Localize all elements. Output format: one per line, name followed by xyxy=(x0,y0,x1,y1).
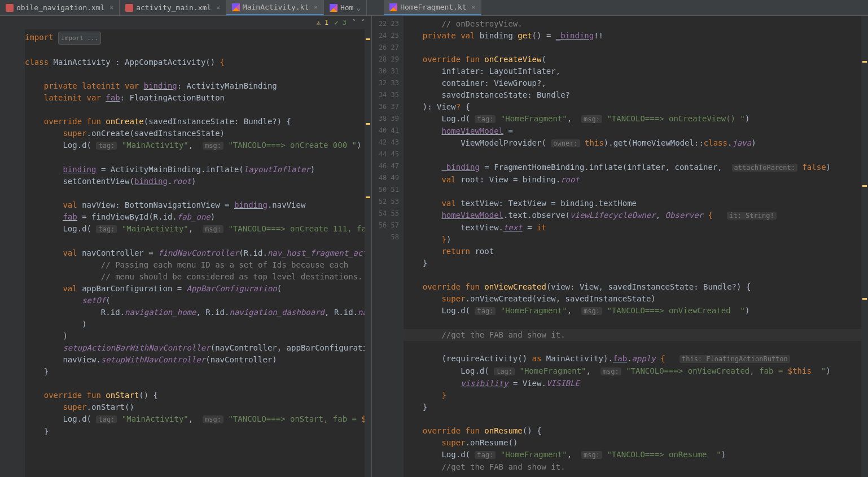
kotlin-icon xyxy=(330,4,337,12)
gutter-left xyxy=(0,29,25,477)
scroll-stripe-right[interactable] xyxy=(861,16,868,477)
close-icon[interactable]: ✕ xyxy=(314,3,318,11)
code-body-left[interactable]: import import ... class MainActivity : A… xyxy=(25,29,371,477)
close-icon[interactable]: ✕ xyxy=(110,4,114,11)
fold-import[interactable]: import ... xyxy=(58,32,101,45)
kotlin-icon xyxy=(232,3,240,11)
close-icon[interactable]: ✕ xyxy=(472,3,476,11)
kotlin-icon xyxy=(389,3,397,11)
warning-count[interactable]: ⚠ 1 xyxy=(317,19,329,27)
tab-home-truncated[interactable]: Hom ⌄ xyxy=(324,0,367,15)
inspection-status: ⚠ 1 ✔ 3 ˄ ˅ xyxy=(0,16,371,29)
code-editor-right[interactable]: 22 23 24 25 26 27 28 29 30 31 32 33 34 3… xyxy=(372,16,868,477)
tab-home-fragment[interactable]: HomeFragment.kt ✕ xyxy=(384,0,481,15)
xml-icon xyxy=(125,4,133,12)
gutter-right: 22 23 24 25 26 27 28 29 30 31 32 33 34 3… xyxy=(372,16,404,477)
tab-mobile-navigation[interactable]: obile_navigation.xml ✕ xyxy=(0,0,120,15)
close-icon[interactable]: ✕ xyxy=(216,4,220,11)
code-editor-left[interactable]: import import ... class MainActivity : A… xyxy=(0,29,371,477)
tab-main-activity[interactable]: MainActivity.kt ✕ xyxy=(226,0,324,15)
code-body-right[interactable]: // onDestroyView. private val binding ge… xyxy=(404,16,868,477)
editor-tabs-left: obile_navigation.xml ✕ activity_main.xml… xyxy=(0,0,868,16)
editor-left-pane: ⚠ 1 ✔ 3 ˄ ˅ import import ... class Main… xyxy=(0,16,372,477)
chevron-up-icon[interactable]: ˄ xyxy=(352,19,356,27)
checks-count[interactable]: ✔ 3 xyxy=(334,19,347,27)
editor-right-pane: 22 23 24 25 26 27 28 29 30 31 32 33 34 3… xyxy=(372,16,868,477)
scroll-stripe-left[interactable] xyxy=(365,16,371,477)
xml-icon xyxy=(6,4,14,12)
chevron-down-icon[interactable]: ⌄ xyxy=(356,3,361,12)
tab-activity-main[interactable]: activity_main.xml ✕ xyxy=(120,0,226,15)
